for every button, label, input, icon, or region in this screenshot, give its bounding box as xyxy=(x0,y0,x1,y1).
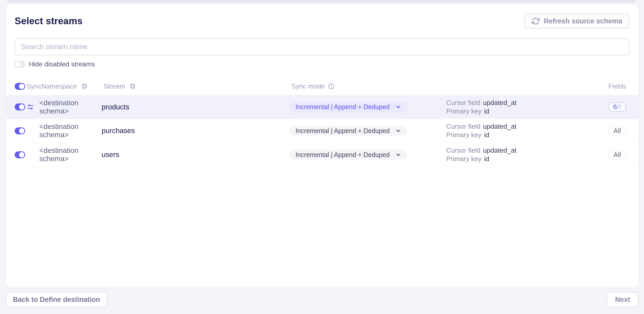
refresh-button-label: Refresh source schema xyxy=(544,17,622,25)
hide-disabled-label: Hide disabled streams xyxy=(29,60,95,68)
primary-key-label: Primary key xyxy=(446,155,481,163)
cursor-field-label: Cursor field xyxy=(446,123,480,130)
cursor-field-label: Cursor field xyxy=(446,146,480,154)
toggle-knob xyxy=(19,104,24,110)
namespace-value: <destination schema> xyxy=(39,99,102,115)
toggle-knob xyxy=(19,152,24,158)
column-header-sync-mode: Sync mode xyxy=(291,82,325,90)
sync-direction-arrows-icon xyxy=(26,103,34,111)
primary-key-label: Primary key xyxy=(446,107,481,115)
sync-mode-value: Incremental | Append + Deduped xyxy=(296,127,390,135)
chevron-down-icon xyxy=(395,128,401,134)
fields-badge[interactable]: All xyxy=(608,126,626,135)
page-title: Select streams xyxy=(15,16,83,27)
sync-mode-select[interactable]: Incremental | Append + Deduped xyxy=(289,150,407,160)
toggle-knob xyxy=(15,62,21,67)
search-input[interactable] xyxy=(15,38,629,55)
fields-badge[interactable]: All xyxy=(608,150,626,159)
fields-badge[interactable]: 6/7 xyxy=(608,102,626,111)
primary-key-value: id xyxy=(484,107,489,115)
column-header-namespace: Namespace xyxy=(41,82,77,90)
primary-key-value: id xyxy=(484,155,489,163)
refresh-icon xyxy=(532,17,540,25)
namespace-settings-gear-icon[interactable]: ⚙ xyxy=(81,83,88,90)
fields-total-count: /7 xyxy=(617,104,621,110)
sync-mode-select[interactable]: Incremental | Append + Deduped xyxy=(289,126,407,136)
column-header-stream: Stream xyxy=(104,82,125,90)
primary-key-value: id xyxy=(484,131,489,139)
streams-table: Sync Namespace ⚙ Stream ⚙ Sync mode Fi xyxy=(6,77,638,167)
wizard-footer: Back to Define destination Next xyxy=(6,292,638,307)
sync-mode-value: Incremental | Append + Deduped xyxy=(296,151,390,159)
stream-name: products xyxy=(102,103,129,111)
stream-settings-gear-icon[interactable]: ⚙ xyxy=(129,83,136,90)
cursor-field-value: updated_at xyxy=(483,146,516,154)
sync-all-toggle[interactable] xyxy=(15,83,25,90)
primary-key-label: Primary key xyxy=(446,131,481,139)
previous-step-card-edge xyxy=(8,0,636,3)
chevron-down-icon xyxy=(395,152,401,158)
namespace-value: <destination schema> xyxy=(39,146,102,163)
fields-selected-count: All xyxy=(613,127,621,135)
table-header-row: Sync Namespace ⚙ Stream ⚙ Sync mode Fi xyxy=(6,77,638,95)
cursor-field-label: Cursor field xyxy=(446,99,480,107)
stream-name: users xyxy=(102,151,119,159)
column-header-sync: Sync xyxy=(26,82,41,90)
stream-row-users[interactable]: <destination schema> users Incremental |… xyxy=(6,143,638,167)
info-icon xyxy=(328,83,335,90)
stream-sync-toggle[interactable] xyxy=(15,127,25,134)
select-streams-panel: Select streams Refresh source schema Hid… xyxy=(6,4,638,287)
cursor-field-value: updated_at xyxy=(483,123,516,130)
next-button[interactable]: Next xyxy=(607,292,638,307)
stream-sync-toggle[interactable] xyxy=(15,103,25,110)
back-button[interactable]: Back to Define destination xyxy=(6,292,107,307)
sync-mode-select[interactable]: Incremental | Append + Deduped xyxy=(289,102,407,112)
hide-disabled-toggle[interactable] xyxy=(15,61,25,68)
cursor-field-value: updated_at xyxy=(483,99,516,107)
stream-row-purchases[interactable]: <destination schema> purchases Increment… xyxy=(6,119,638,143)
namespace-value: <destination schema> xyxy=(39,123,102,139)
stream-sync-toggle[interactable] xyxy=(15,151,25,158)
hide-disabled-row: Hide disabled streams xyxy=(15,60,629,68)
fields-selected-count: 6 xyxy=(613,103,617,111)
stream-name: purchases xyxy=(102,127,135,135)
fields-selected-count: All xyxy=(613,151,621,159)
toggle-knob xyxy=(19,128,24,134)
chevron-down-icon xyxy=(395,104,401,110)
refresh-source-schema-button[interactable]: Refresh source schema xyxy=(524,14,629,29)
stream-row-products[interactable]: <destination schema> products Incrementa… xyxy=(6,95,638,119)
column-header-fields: Fields xyxy=(609,82,626,90)
sync-mode-value: Incremental | Append + Deduped xyxy=(296,103,390,111)
toggle-knob xyxy=(19,84,24,89)
panel-header: Select streams Refresh source schema xyxy=(15,4,629,29)
